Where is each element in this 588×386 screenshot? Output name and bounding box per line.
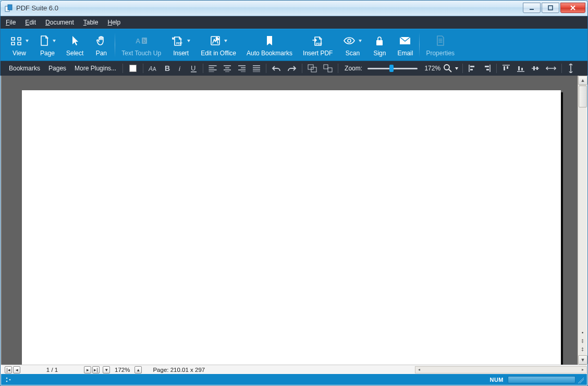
ungroup-button[interactable] [320,61,336,76]
svg-rect-28 [504,66,505,70]
close-button[interactable] [560,3,585,13]
zoom-out-button[interactable]: ▾ [103,366,110,373]
ribbon-insert[interactable]: PDF Insert [166,29,195,61]
svg-text:A: A [153,66,156,72]
menu-edit[interactable]: Edit [25,19,36,26]
align-justify-button[interactable] [249,61,264,76]
ribbon-auto-bookmarks-label: Auto Bookmarks [247,50,292,57]
scroll-markers: •‡‡ [578,327,587,355]
vertical-scrollbar[interactable]: ▲ •‡‡ ▼ [578,76,587,365]
hand-icon [96,33,106,49]
edit-office-icon [210,33,227,49]
ribbon-auto-bookmarks[interactable]: Auto Bookmarks [241,29,298,61]
ribbon-properties-label: Properties [426,50,455,57]
properties-icon [436,33,445,49]
last-page-button[interactable]: ▸| [92,366,100,373]
maximize-button[interactable] [542,3,559,13]
ribbon-insert-pdf[interactable]: PDF Insert PDF [298,29,338,61]
distribute-horizontal-button[interactable] [543,61,559,76]
zoom-in-button[interactable]: ▴ [134,366,142,373]
ribbon-select[interactable]: Select [61,29,89,61]
align-bottom-objects-button[interactable] [513,61,528,76]
horizontal-scrollbar[interactable]: ◂ ▸ [415,366,587,373]
app-window: PDF Suite 6.0 File Edit Document Table H… [0,0,588,386]
distribute-vertical-button[interactable] [564,61,578,76]
zoom-label: Zoom: [340,65,364,72]
document-page[interactable] [22,90,561,365]
ribbon-email[interactable]: Email [392,29,418,61]
page-icon [39,33,56,49]
zoom-slider[interactable] [368,65,418,72]
align-middle-objects-button[interactable] [528,61,543,76]
align-right-button[interactable] [235,61,249,76]
underline-button[interactable]: U [187,61,201,76]
svg-point-10 [348,39,351,42]
ribbon-properties[interactable]: Properties [421,29,460,61]
align-top-objects-button[interactable] [499,61,513,76]
ribbon-insert-pdf-label: Insert PDF [303,50,333,57]
color-swatch[interactable] [125,61,141,76]
ribbon-page[interactable]: Page [34,29,61,61]
svg-text:A: A [136,37,141,45]
first-page-button[interactable]: |◂ [5,366,12,373]
scroll-down-button[interactable]: ▼ [578,355,587,365]
group-button[interactable] [304,61,320,76]
svg-rect-26 [485,66,489,67]
title-bar[interactable]: PDF Suite 6.0 [1,1,587,16]
ribbon-edit-in-office-label: Edit in Office [201,50,236,57]
menu-table[interactable]: Table [83,19,99,26]
menu-help[interactable]: Help [107,19,120,26]
resize-grip[interactable] [577,376,584,383]
ribbon-scan[interactable]: Scan [338,29,367,61]
svg-text:PDF: PDF [176,42,182,45]
svg-text:B: B [165,64,170,73]
svg-rect-11 [376,40,383,45]
ribbon-sign-label: Sign [373,50,386,57]
next-page-button[interactable]: ▸ [84,366,91,373]
bookmark-icon [265,33,274,49]
menu-document[interactable]: Document [45,19,74,26]
tool-pages[interactable]: Pages [44,61,70,76]
scroll-left-button[interactable]: ◂ [415,367,423,373]
zoom-dropdown[interactable] [442,61,460,76]
bold-button[interactable]: B [161,61,175,76]
scroll-right-button[interactable]: ▸ [579,367,586,373]
ribbon-sign[interactable]: Sign [367,29,392,61]
ribbon-page-label: Page [40,50,55,57]
ribbon-text-touch-up[interactable]: A b Text Touch Up [116,29,166,61]
ribbon-select-label: Select [66,50,83,57]
svg-rect-22 [328,68,332,72]
tool-more-plugins[interactable]: More Plugins... [70,61,120,76]
scroll-up-button[interactable]: ▲ [578,76,587,85]
italic-button[interactable]: i [175,61,187,76]
page-counter: 1 / 1 [21,367,83,373]
svg-rect-21 [324,65,328,69]
align-left-button[interactable] [205,61,220,76]
app-icon [5,4,13,13]
eye-icon [343,33,362,49]
ribbon-view[interactable]: View [5,29,34,61]
font-style-button[interactable]: AA [145,61,161,76]
progress-bar [508,376,575,383]
status-bar: NUM [1,374,587,385]
document-viewport[interactable] [1,76,578,365]
align-right-objects-button[interactable] [480,61,494,76]
svg-rect-31 [521,68,523,70]
ribbon-pan[interactable]: Pan [89,29,114,61]
prev-page-button[interactable]: ◂ [13,366,20,373]
tool-bookmarks[interactable]: Bookmarks [5,61,44,76]
redo-button[interactable] [284,61,300,76]
insert-pdf-icon: PDF [312,33,324,49]
align-center-button[interactable] [220,61,235,76]
svg-rect-29 [507,66,508,69]
vscroll-thumb[interactable] [579,86,587,107]
ribbon-edit-in-office[interactable]: Edit in Office [195,29,241,61]
ribbon-insert-label: Insert [173,50,189,57]
undo-button[interactable] [268,61,284,76]
ribbon-email-label: Email [397,50,413,57]
text-touchup-icon: A b [134,33,148,49]
align-left-objects-button[interactable] [465,61,480,76]
minimize-button[interactable] [523,3,541,13]
svg-text:b: b [143,38,146,44]
menu-file[interactable]: File [6,19,16,26]
